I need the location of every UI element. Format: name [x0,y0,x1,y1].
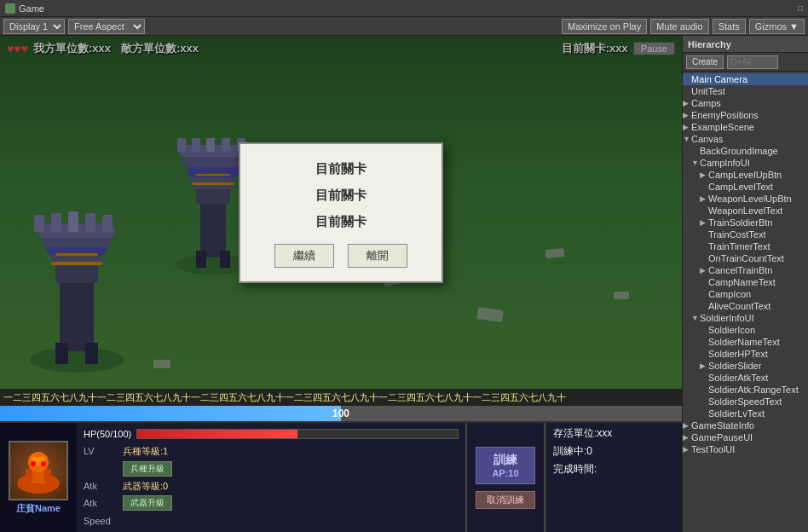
modal-buttons: 繼續 離開 [274,244,407,268]
tree-item[interactable]: ▶EnemyPositions [683,109,808,121]
toolbar-right: Maximize on Play Mute audio Stats Gizmos… [562,19,805,34]
atk-label-2: Atk [84,481,118,491]
hp-bar-fill [137,430,297,438]
continue-button[interactable]: 繼續 [274,244,334,268]
weapon-level: 武器等級:0 [123,480,168,493]
tree-item[interactable]: ▶TrainSoldierBtn [683,217,808,228]
scroll-bar: 一二三四五六七八九十一二三四五六七八九十一二三四五六七八九十一二三四五六七八九十… [0,389,682,406]
tree-item[interactable]: ▶GameStateInfo [683,419,808,431]
hierarchy-tree: Main CameraUnitTest▶Camps▶EnemyPositions… [683,72,808,532]
tree-item[interactable]: WeaponLevelText [683,205,808,217]
tree-item[interactable]: CampIcon [683,288,808,300]
svg-point-50 [41,461,46,466]
tree-item[interactable]: ▶GamePauseUI [683,431,808,443]
top-bar: Game □ [0,0,808,17]
modal-line-1: 目前關卡 [315,161,366,177]
lv-label: LV [84,446,118,456]
main-area: ♥♥♥ 我方單位數:xxx 敵方單位數:xxx 目前關卡:xxx Pause [0,36,808,532]
tree-item[interactable]: TrainCostText [683,228,808,240]
svg-rect-51 [26,469,32,482]
game-viewport: ♥♥♥ 我方單位數:xxx 敵方單位數:xxx 目前關卡:xxx Pause [0,36,682,389]
train-button[interactable]: 訓練AP:10 [476,447,535,484]
tree-item[interactable]: ▶Camps [683,97,808,109]
tree-item[interactable]: Main Camera [683,73,808,85]
tree-item[interactable]: ▶CancelTrainBtn [683,264,808,276]
progress-area: 100 [0,406,682,421]
tree-item[interactable]: SoldierIcon [683,324,808,336]
upgrade-weapon-row: Atk 武器升級 [84,495,459,511]
tree-item[interactable]: ▶WeaponLevelUpBtn [683,193,808,205]
level-text: 兵種等級:1 [123,445,168,458]
game-panel: ♥♥♥ 我方單位數:xxx 敵方單位數:xxx 目前關卡:xxx Pause [0,36,682,532]
svg-rect-52 [44,469,51,482]
train-section: 訓練AP:10 取消訓練 [467,423,544,532]
tree-item[interactable]: SoldierNameText [683,336,808,348]
unit-portrait: 庄貧Name [0,423,77,532]
game-icon [5,3,15,14]
modal-overlay: 目前關卡 目前關卡 目前關卡 繼續 離開 [0,36,682,389]
tree-item[interactable]: ▶ExampleScene [683,121,808,133]
tree-item[interactable]: SoldierLvText [683,408,808,419]
unit-stats: HP(50/100) LV 兵種等級:1 Atk 兵種升級 Atk [77,423,465,532]
hp-bar-container [136,429,459,439]
gizmos-btn[interactable]: Gizmos ▼ [749,19,805,34]
tree-item[interactable]: BackGroundImage [683,145,808,157]
speed-label: Speed [84,516,118,526]
tree-item[interactable]: OnTrainCountText [683,252,808,264]
game-label: Game [19,3,44,14]
unit-name: 庄貧Name [16,502,61,515]
tree-item[interactable]: SoldierHPText [683,348,808,360]
modal-line-3: 目前關卡 [315,214,366,230]
tree-item[interactable]: CampNameText [683,276,808,288]
mute-audio-btn[interactable]: Mute audio [650,19,708,34]
modal-line-2: 目前關卡 [315,188,366,204]
survive-label: 存活單位:xxx [553,426,675,441]
upgrade-weapon-btn[interactable]: 武器升級 [123,495,172,511]
display-select[interactable]: Display 1 [3,19,65,34]
tree-item[interactable]: AliveCountText [683,300,808,312]
svg-point-49 [31,461,36,466]
hierarchy-search[interactable] [727,55,778,69]
leave-button[interactable]: 離開 [348,244,407,268]
tree-item[interactable]: ▶SoldierSlider [683,360,808,372]
tree-item[interactable]: ▶TestToolUI [683,443,808,455]
atk-row: Atk 武器等級:0 [84,478,459,494]
lv-row: LV 兵種等級:1 [84,443,459,459]
tree-item[interactable]: ▼Canvas [683,133,808,145]
modal-box: 目前關卡 目前關卡 目前關卡 繼續 離開 [239,142,443,283]
bottom-hud: 庄貧Name HP(50/100) LV 兵種等級:1 Atk [0,421,682,532]
upgrade-soldier-row: Atk 兵種升級 [84,461,459,477]
hierarchy-panel: Hierarchy Create Main CameraUnitTest▶Cam… [682,36,808,532]
hierarchy-header: Hierarchy [683,36,808,53]
hp-row: HP(50/100) [84,426,459,442]
atk-label-3: Atk [84,498,118,508]
upgrade-soldier-btn[interactable]: 兵種升級 [123,461,172,477]
maximize-on-play-btn[interactable]: Maximize on Play [562,19,647,34]
tree-item[interactable]: ▼SoldierInfoUI [683,312,808,324]
training-label: 訓練中:0 [553,444,675,459]
stats-btn[interactable]: Stats [713,19,746,34]
speed-row: Speed [84,513,459,529]
finish-label: 完成時間: [553,462,675,477]
portrait-image [9,441,68,500]
tree-item[interactable]: CampLevelText [683,181,808,193]
tree-item[interactable]: TrainTimerText [683,240,808,252]
tree-item[interactable]: ▼CampInfoUI [683,157,808,169]
tree-item[interactable]: SoldierSpeedText [683,396,808,408]
scroll-text: 一二三四五六七八九十一二三四五六七八九十一二三四五六七八九十一二三四五六七八九十… [3,391,566,404]
cancel-train-button[interactable]: 取消訓練 [476,491,535,509]
hp-label: HP(50/100) [84,429,131,439]
hierarchy-toolbar: Create [683,53,808,72]
tree-item[interactable]: UnitTest [683,85,808,97]
tree-item[interactable]: ▶CampLevelUpBtn [683,169,808,181]
right-info-panel: 存活單位:xxx 訓練中:0 完成時間: [545,423,682,532]
tree-item[interactable]: SoldierAtkText [683,372,808,384]
hierarchy-title: Hierarchy [688,39,731,49]
create-btn[interactable]: Create [686,55,724,69]
maximize-icon[interactable]: □ [798,3,803,13]
progress-label: 100 [0,408,682,419]
aspect-select[interactable]: Free Aspect [68,19,145,34]
tree-item[interactable]: SoldierAtk:RangeText [683,384,808,396]
toolbar: Display 1 Free Aspect Maximize on Play M… [0,17,808,36]
